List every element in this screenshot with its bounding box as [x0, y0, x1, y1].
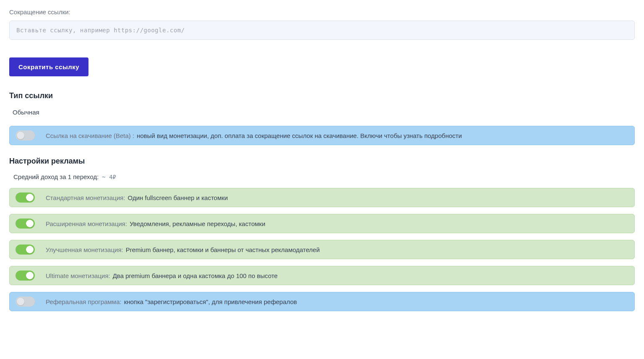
ad-settings-heading: Настройки рекламы: [9, 157, 635, 166]
download-link-label: Ссылка на скачивание (Beta) :: [46, 132, 134, 139]
avg-income-value: ~ 4₽: [102, 174, 116, 180]
referral-program-desc: кнопка "зарегистрироваться", для привлеч…: [124, 298, 297, 305]
link-type-value: Обычная: [9, 106, 635, 126]
extended-monetization-label: Расширенная монетизация:: [46, 220, 127, 227]
shorten-label: Сокращение ссылки:: [9, 8, 635, 16]
ultimate-monetization-label: Ultimate монетизация:: [46, 272, 110, 279]
improved-monetization-desc: Premium баннер, кастомки и баннеры от ча…: [126, 246, 320, 253]
referral-program-row: Реферальная программа: кнопка "зарегистр…: [9, 292, 635, 311]
extended-monetization-toggle[interactable]: [16, 219, 35, 229]
improved-monetization-row: Улучшенная монетизация: Premium баннер, …: [9, 240, 635, 259]
ultimate-monetization-toggle[interactable]: [16, 271, 35, 281]
shorten-button[interactable]: Сократить ссылку: [9, 57, 88, 76]
download-link-toggle[interactable]: [16, 130, 35, 140]
standard-monetization-desc: Один fullscreen баннер и кастомки: [128, 194, 228, 201]
download-link-desc: новый вид монетизации, доп. оплата за со…: [137, 132, 462, 139]
referral-program-label: Реферальная программа:: [46, 298, 122, 305]
link-type-heading: Тип ссылки: [9, 91, 635, 100]
avg-income-label: Средний доход за 1 переход:: [13, 173, 99, 180]
standard-monetization-label: Стандартная монетизация:: [46, 194, 125, 201]
improved-monetization-label: Улучшенная монетизация:: [46, 246, 123, 253]
extended-monetization-desc: Уведомления, рекламные переходы, кастомк…: [130, 220, 265, 227]
standard-monetization-toggle[interactable]: [16, 193, 35, 203]
url-input[interactable]: [9, 21, 635, 40]
ultimate-monetization-desc: Два premium баннера и одна кастомка до 1…: [113, 272, 278, 279]
referral-program-toggle[interactable]: [16, 297, 35, 307]
download-link-row: Ссылка на скачивание (Beta) : новый вид …: [9, 126, 635, 145]
ultimate-monetization-row: Ultimate монетизация: Два premium баннер…: [9, 266, 635, 285]
extended-monetization-row: Расширенная монетизация: Уведомления, ре…: [9, 214, 635, 233]
standard-monetization-row: Стандартная монетизация: Один fullscreen…: [9, 188, 635, 207]
improved-monetization-toggle[interactable]: [16, 245, 35, 255]
